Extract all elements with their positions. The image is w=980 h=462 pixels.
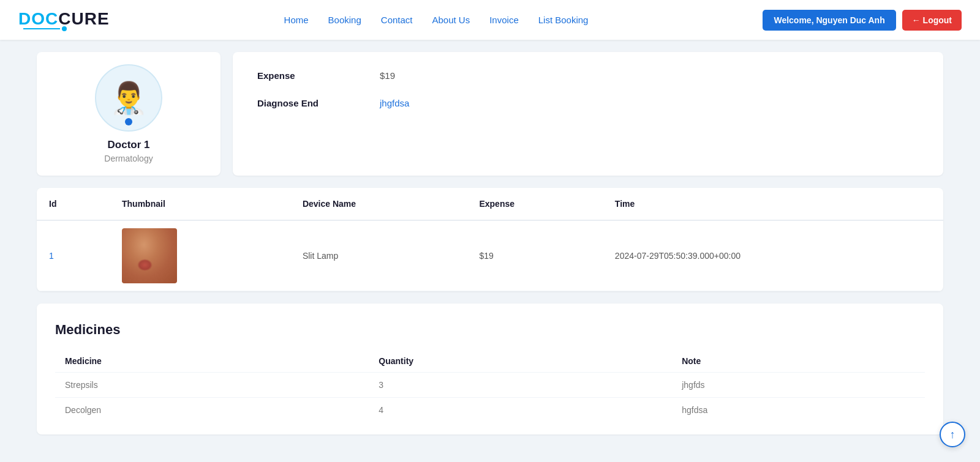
medicines-title: Medicines	[55, 322, 925, 338]
device-expense-cell: $19	[467, 220, 602, 291]
device-time-cell: 2024-07-29T05:50:39.000+00:00	[603, 220, 943, 291]
welcome-button[interactable]: Welcome, Nguyen Duc Anh	[763, 10, 895, 31]
device-id-link[interactable]: 1	[49, 251, 54, 261]
col-time: Time	[603, 188, 943, 220]
medicine-note-2: hgfdsa	[672, 398, 925, 423]
doctor-card: 👨‍⚕ Doctor 1 Dermatology	[37, 52, 221, 176]
nav-link-contact[interactable]: Contact	[381, 15, 413, 25]
logo-decoration	[23, 26, 67, 31]
table-row: 1 Slit Lamp $19 2024-07-29T05:50:39.000+…	[37, 220, 943, 291]
medicine-name-1: Strepsils	[55, 373, 369, 398]
diagnose-end-label: Diagnose End	[257, 98, 380, 108]
nav-item-booking[interactable]: Booking	[328, 15, 361, 26]
doctor-specialty: Dermatology	[104, 154, 153, 163]
nav-link-list-booking[interactable]: List Booking	[538, 15, 589, 25]
logo-line	[23, 28, 60, 29]
device-id-cell: 1	[37, 220, 110, 291]
col-device-name: Device Name	[290, 188, 467, 220]
doctor-name: Doctor 1	[108, 139, 150, 151]
medicine-row-2: Decolgen 4 hgfdsa	[55, 398, 925, 423]
devices-table-section: Id Thumbnail Device Name Expense Time 1	[37, 188, 943, 291]
thumb-body-image	[122, 228, 177, 283]
doctor-avatar: 👨‍⚕	[95, 64, 162, 132]
top-section: 👨‍⚕ Doctor 1 Dermatology Expense $19 Dia…	[37, 52, 943, 176]
col-quantity: Quantity	[369, 350, 672, 373]
logo-circle-dot	[62, 26, 67, 31]
logo-cure: CURE	[58, 9, 109, 28]
nav-link-booking[interactable]: Booking	[328, 15, 361, 25]
nav-link-home[interactable]: Home	[284, 15, 309, 25]
medicine-name-2: Decolgen	[55, 398, 369, 423]
invoice-info: Expense $19 Diagnose End jhgfdsa	[233, 52, 943, 176]
device-thumbnail-cell	[110, 220, 290, 291]
doctor-avatar-icon: 👨‍⚕	[110, 80, 148, 116]
medicines-header-row: Medicine Quantity Note	[55, 350, 925, 373]
main-content: 👨‍⚕ Doctor 1 Dermatology Expense $19 Dia…	[0, 40, 980, 447]
col-note: Note	[672, 350, 925, 373]
nav-item-invoice[interactable]: Invoice	[489, 15, 519, 26]
thumb-rash-overlay	[137, 259, 153, 271]
nav-link-about[interactable]: About Us	[432, 15, 470, 25]
scroll-to-top-button[interactable]: ↑	[940, 422, 965, 447]
medicine-quantity-2: 4	[369, 398, 672, 423]
logo-wrapper: DOCCURE	[18, 9, 110, 31]
col-thumbnail: Thumbnail	[110, 188, 290, 220]
medicine-quantity-1: 3	[369, 373, 672, 398]
device-name-cell: Slit Lamp	[290, 220, 467, 291]
col-medicine: Medicine	[55, 350, 369, 373]
nav-item-home[interactable]: Home	[284, 15, 309, 26]
medicine-row-1: Strepsils 3 jhgfds	[55, 373, 925, 398]
devices-table: Id Thumbnail Device Name Expense Time 1	[37, 188, 943, 291]
invoice-diagnose-row: Diagnose End jhgfdsa	[257, 98, 919, 108]
medicine-note-1: jhgfds	[672, 373, 925, 398]
navbar: DOCCURE Home Booking Contact About Us In…	[0, 0, 980, 40]
medicines-section: Medicines Medicine Quantity Note Strepsi…	[37, 304, 943, 434]
devices-table-header-row: Id Thumbnail Device Name Expense Time	[37, 188, 943, 220]
invoice-expense-row: Expense $19	[257, 70, 919, 81]
col-id: Id	[37, 188, 110, 220]
device-thumbnail-image	[122, 228, 177, 283]
medicines-table: Medicine Quantity Note Strepsils 3 jhgfd…	[55, 350, 925, 422]
diagnose-end-value: jhgfdsa	[380, 98, 409, 108]
nav-link-invoice[interactable]: Invoice	[489, 15, 519, 25]
nav-menu: Home Booking Contact About Us Invoice Li…	[284, 15, 589, 26]
navbar-actions: Welcome, Nguyen Duc Anh ← Logout	[763, 10, 962, 31]
nav-item-list-booking[interactable]: List Booking	[538, 15, 589, 26]
col-expense: Expense	[467, 188, 602, 220]
expense-label: Expense	[257, 70, 380, 81]
avatar-online-dot	[125, 118, 132, 125]
nav-item-contact[interactable]: Contact	[381, 15, 413, 26]
logo-doc: DOC	[18, 9, 58, 28]
expense-value: $19	[380, 70, 395, 81]
nav-item-about[interactable]: About Us	[432, 15, 470, 26]
logout-button[interactable]: ← Logout	[902, 10, 962, 31]
